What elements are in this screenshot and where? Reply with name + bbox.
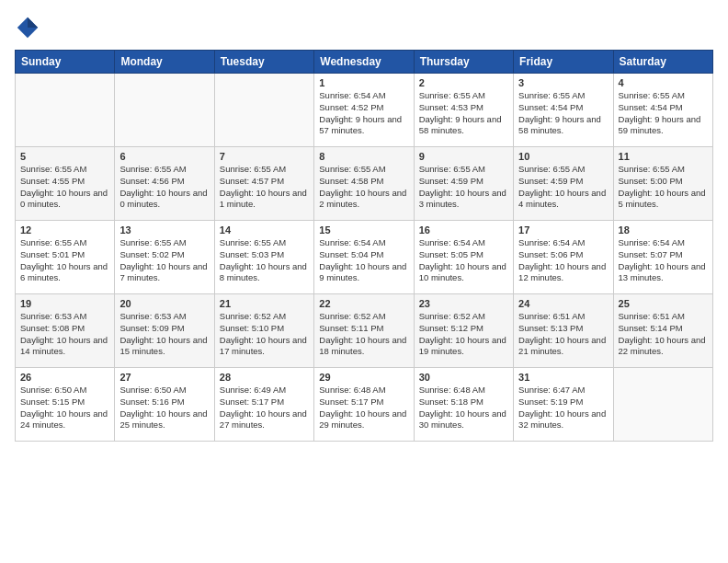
weekday-header: Sunday (16, 51, 115, 74)
day-number: 9 (419, 151, 508, 162)
day-detail: Sunrise: 6:54 AMSunset: 5:05 PMDaylight:… (419, 237, 508, 284)
day-detail: Sunrise: 6:47 AMSunset: 5:19 PMDaylight:… (518, 385, 608, 431)
day-detail: Sunrise: 6:55 AMSunset: 4:55 PMDaylight:… (20, 164, 109, 211)
day-detail: Sunrise: 6:54 AMSunset: 5:06 PMDaylight:… (518, 237, 608, 284)
calendar-cell: 1Sunrise: 6:54 AMSunset: 4:52 PMDaylight… (314, 74, 414, 147)
day-detail: Sunrise: 6:52 AMSunset: 5:11 PMDaylight:… (319, 311, 408, 358)
day-number: 18 (619, 224, 708, 236)
day-number: 23 (419, 298, 508, 309)
day-number: 17 (518, 224, 608, 236)
weekday-header-row: SundayMondayTuesdayWednesdayThursdayFrid… (16, 51, 713, 74)
day-detail: Sunrise: 6:54 AMSunset: 4:52 PMDaylight:… (319, 90, 408, 137)
calendar-cell (115, 74, 214, 147)
day-detail: Sunrise: 6:55 AMSunset: 4:54 PMDaylight:… (619, 90, 708, 137)
day-number: 16 (419, 224, 508, 236)
calendar-cell: 4Sunrise: 6:55 AMSunset: 4:54 PMDaylight… (613, 74, 712, 147)
day-number: 10 (518, 151, 608, 162)
calendar-cell: 27Sunrise: 6:50 AMSunset: 5:16 PMDayligh… (115, 368, 214, 442)
calendar-cell: 12Sunrise: 6:55 AMSunset: 5:01 PMDayligh… (16, 221, 115, 294)
day-detail: Sunrise: 6:50 AMSunset: 5:16 PMDaylight:… (119, 385, 209, 431)
calendar-week-row: 1Sunrise: 6:54 AMSunset: 4:52 PMDaylight… (16, 74, 713, 147)
day-number: 20 (119, 298, 209, 309)
calendar-cell: 7Sunrise: 6:55 AMSunset: 4:57 PMDaylight… (214, 147, 313, 221)
calendar-cell (16, 74, 115, 147)
day-number: 12 (20, 224, 109, 236)
day-detail: Sunrise: 6:55 AMSunset: 4:59 PMDaylight:… (518, 164, 608, 211)
calendar-cell: 28Sunrise: 6:49 AMSunset: 5:17 PMDayligh… (214, 368, 313, 442)
day-number: 19 (20, 298, 109, 309)
calendar-cell: 8Sunrise: 6:55 AMSunset: 4:58 PMDaylight… (314, 147, 414, 221)
day-number: 5 (20, 151, 109, 162)
day-detail: Sunrise: 6:55 AMSunset: 4:53 PMDaylight:… (419, 90, 508, 137)
calendar-table: SundayMondayTuesdayWednesdayThursdayFrid… (15, 50, 713, 442)
day-number: 31 (518, 372, 608, 383)
page-header (15, 15, 713, 40)
calendar-cell: 3Sunrise: 6:55 AMSunset: 4:54 PMDaylight… (514, 74, 613, 147)
day-detail: Sunrise: 6:48 AMSunset: 5:18 PMDaylight:… (419, 385, 508, 431)
day-number: 14 (220, 224, 309, 236)
calendar-cell: 25Sunrise: 6:51 AMSunset: 5:14 PMDayligh… (613, 294, 712, 368)
calendar-cell: 6Sunrise: 6:55 AMSunset: 4:56 PMDaylight… (115, 147, 214, 221)
calendar-cell (613, 368, 712, 442)
day-number: 27 (119, 372, 209, 383)
calendar-cell: 22Sunrise: 6:52 AMSunset: 5:11 PMDayligh… (314, 294, 414, 368)
calendar-cell: 29Sunrise: 6:48 AMSunset: 5:17 PMDayligh… (314, 368, 414, 442)
calendar-cell: 19Sunrise: 6:53 AMSunset: 5:08 PMDayligh… (16, 294, 115, 368)
calendar-cell: 18Sunrise: 6:54 AMSunset: 5:07 PMDayligh… (613, 221, 712, 294)
svg-marker-1 (28, 17, 38, 28)
day-detail: Sunrise: 6:51 AMSunset: 5:13 PMDaylight:… (518, 311, 608, 358)
day-detail: Sunrise: 6:55 AMSunset: 4:57 PMDaylight:… (220, 164, 309, 211)
day-number: 11 (619, 151, 708, 162)
calendar-week-row: 19Sunrise: 6:53 AMSunset: 5:08 PMDayligh… (16, 294, 713, 368)
calendar-cell: 10Sunrise: 6:55 AMSunset: 4:59 PMDayligh… (514, 147, 613, 221)
day-number: 3 (518, 77, 608, 88)
day-detail: Sunrise: 6:55 AMSunset: 5:01 PMDaylight:… (20, 237, 109, 284)
calendar-cell: 2Sunrise: 6:55 AMSunset: 4:53 PMDaylight… (414, 74, 513, 147)
day-number: 15 (319, 224, 408, 236)
logo-icon (15, 15, 40, 40)
day-detail: Sunrise: 6:55 AMSunset: 4:54 PMDaylight:… (518, 90, 608, 137)
calendar-cell: 31Sunrise: 6:47 AMSunset: 5:19 PMDayligh… (514, 368, 613, 442)
calendar-cell (214, 74, 313, 147)
day-detail: Sunrise: 6:54 AMSunset: 5:04 PMDaylight:… (319, 237, 408, 284)
day-number: 28 (220, 372, 309, 383)
calendar-cell: 14Sunrise: 6:55 AMSunset: 5:03 PMDayligh… (214, 221, 313, 294)
calendar-cell: 26Sunrise: 6:50 AMSunset: 5:15 PMDayligh… (16, 368, 115, 442)
day-number: 24 (518, 298, 608, 309)
day-detail: Sunrise: 6:55 AMSunset: 4:59 PMDaylight:… (419, 164, 508, 211)
day-number: 21 (220, 298, 309, 309)
weekday-header: Saturday (613, 51, 712, 74)
calendar-cell: 17Sunrise: 6:54 AMSunset: 5:06 PMDayligh… (514, 221, 613, 294)
calendar-cell: 13Sunrise: 6:55 AMSunset: 5:02 PMDayligh… (115, 221, 214, 294)
calendar-cell: 20Sunrise: 6:53 AMSunset: 5:09 PMDayligh… (115, 294, 214, 368)
calendar-cell: 5Sunrise: 6:55 AMSunset: 4:55 PMDaylight… (16, 147, 115, 221)
day-number: 8 (319, 151, 408, 162)
calendar-cell: 11Sunrise: 6:55 AMSunset: 5:00 PMDayligh… (613, 147, 712, 221)
day-detail: Sunrise: 6:53 AMSunset: 5:08 PMDaylight:… (20, 311, 109, 358)
weekday-header: Tuesday (214, 51, 313, 74)
calendar-cell: 9Sunrise: 6:55 AMSunset: 4:59 PMDaylight… (414, 147, 513, 221)
calendar-cell: 24Sunrise: 6:51 AMSunset: 5:13 PMDayligh… (514, 294, 613, 368)
day-number: 30 (419, 372, 508, 383)
day-detail: Sunrise: 6:55 AMSunset: 5:00 PMDaylight:… (619, 164, 708, 211)
day-detail: Sunrise: 6:55 AMSunset: 4:56 PMDaylight:… (119, 164, 209, 211)
day-detail: Sunrise: 6:54 AMSunset: 5:07 PMDaylight:… (619, 237, 708, 284)
day-number: 13 (119, 224, 209, 236)
day-number: 6 (119, 151, 209, 162)
day-number: 1 (319, 77, 408, 88)
calendar-cell: 21Sunrise: 6:52 AMSunset: 5:10 PMDayligh… (214, 294, 313, 368)
day-detail: Sunrise: 6:50 AMSunset: 5:15 PMDaylight:… (20, 385, 109, 431)
day-detail: Sunrise: 6:55 AMSunset: 4:58 PMDaylight:… (319, 164, 408, 211)
day-detail: Sunrise: 6:51 AMSunset: 5:14 PMDaylight:… (619, 311, 708, 358)
day-number: 29 (319, 372, 408, 383)
day-detail: Sunrise: 6:52 AMSunset: 5:10 PMDaylight:… (220, 311, 309, 358)
day-number: 2 (419, 77, 508, 88)
day-detail: Sunrise: 6:49 AMSunset: 5:17 PMDaylight:… (220, 385, 309, 431)
calendar-week-row: 12Sunrise: 6:55 AMSunset: 5:01 PMDayligh… (16, 221, 713, 294)
weekday-header: Wednesday (314, 51, 414, 74)
calendar-cell: 23Sunrise: 6:52 AMSunset: 5:12 PMDayligh… (414, 294, 513, 368)
calendar-cell: 16Sunrise: 6:54 AMSunset: 5:05 PMDayligh… (414, 221, 513, 294)
weekday-header: Friday (514, 51, 613, 74)
day-number: 22 (319, 298, 408, 309)
calendar-cell: 15Sunrise: 6:54 AMSunset: 5:04 PMDayligh… (314, 221, 414, 294)
